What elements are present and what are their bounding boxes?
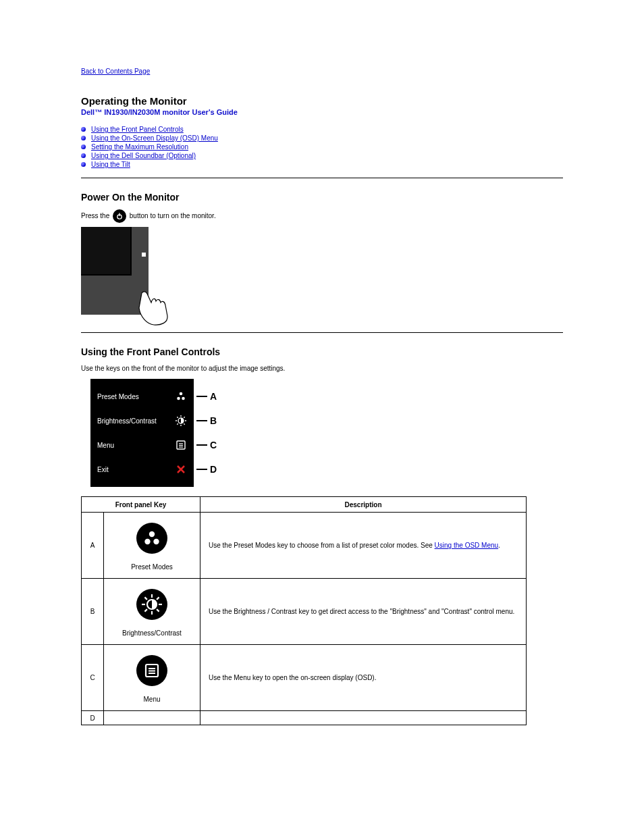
toc-link-soundbar[interactable]: Using the Dell Soundbar (Optional) [91, 152, 196, 159]
osd-label-brightness: Brightness/Contrast [97, 417, 157, 425]
toc-link-tilt[interactable]: Using the Tilt [91, 161, 130, 168]
svg-line-10 [177, 417, 178, 417]
osd-panel: Preset Modes Brightness/Contrast [90, 379, 194, 487]
svg-line-11 [184, 423, 184, 424]
table-header-description: Description [200, 497, 527, 513]
label-letter-b: B [210, 415, 222, 426]
row-letter: A [82, 513, 104, 579]
section-divider [81, 178, 563, 178]
brightness-contrast-icon [136, 589, 167, 620]
preset-modes-icon [175, 390, 187, 402]
power-icon [113, 209, 126, 223]
osd-diagram: Preset Modes Brightness/Contrast [90, 379, 563, 487]
table-of-contents: Using the Front Panel Controls Using the… [81, 126, 563, 168]
front-panel-intro: Use the keys on the front of the monitor… [81, 364, 563, 373]
row-letter: C [82, 645, 104, 711]
bullet-icon [81, 136, 86, 140]
osd-label-menu: Menu [97, 442, 114, 449]
svg-line-12 [177, 423, 178, 424]
row-description: Use the Preset Modes key to choose from … [200, 513, 527, 579]
osd-label-preset: Preset Modes [97, 393, 139, 400]
desc-text-after: . [498, 542, 500, 549]
svg-line-29 [157, 609, 159, 612]
exit-icon [175, 463, 187, 475]
monitor-corner-illustration [81, 227, 181, 327]
section-heading-front-panel: Using the Front Panel Controls [81, 346, 563, 357]
table-row: A Preset Modes Use the Preset Modes key … [82, 513, 527, 579]
row-icon-label: Brightness/Contrast [105, 629, 199, 644]
bullet-icon [81, 162, 86, 167]
row-icon-cell [104, 711, 200, 725]
row-description: Use the Menu key to open the on-screen d… [200, 645, 527, 711]
power-text-before: Press the [81, 212, 111, 219]
svg-line-31 [157, 597, 159, 600]
svg-point-21 [144, 539, 150, 544]
row-icon-label: Menu [105, 696, 199, 710]
table-row: D [82, 711, 527, 725]
osd-label-exit: Exit [97, 466, 109, 473]
label-letter-d: D [210, 464, 222, 475]
letter-labels: A B C D [194, 384, 222, 481]
svg-point-22 [153, 539, 159, 544]
model-subtitle: Dell™ IN1930/IN2030M monitor User's Guid… [81, 108, 563, 116]
bullet-icon [81, 145, 86, 149]
menu-icon [175, 439, 187, 451]
section-heading-power: Power On the Monitor [81, 192, 563, 203]
menu-icon [136, 655, 167, 686]
front-panel-key-table: Front panel Key Description A Preset Mod… [81, 496, 527, 725]
back-to-contents-link[interactable]: Back to Contents Page [81, 68, 150, 75]
button-dot [142, 253, 146, 257]
osd-menu-link[interactable]: Using the OSD Menu [435, 542, 499, 549]
hand-icon [135, 289, 176, 326]
svg-point-3 [177, 397, 180, 400]
table-row: C Menu Use the Menu key to open the on-s… [82, 645, 527, 711]
svg-point-20 [149, 531, 155, 537]
toc-link-max-resolution[interactable]: Setting the Maximum Resolution [91, 143, 188, 151]
monitor-screen [81, 227, 132, 276]
row-letter: B [82, 579, 104, 645]
row-letter: D [82, 711, 104, 725]
svg-line-13 [184, 417, 184, 417]
table-row: B [82, 579, 527, 645]
bullet-icon [81, 153, 86, 158]
power-text-after: button to turn on the monitor. [130, 212, 216, 219]
row-icon-cell: Brightness/Contrast [104, 579, 200, 645]
brightness-contrast-icon [175, 415, 187, 427]
table-header-key: Front panel Key [82, 497, 200, 513]
toc-link-osd-menu[interactable]: Using the On-Screen Display (OSD) Menu [91, 134, 218, 142]
page: Back to Contents Page Operating the Moni… [0, 0, 644, 752]
row-icon-label: Preset Modes [105, 563, 199, 577]
section-divider [81, 332, 563, 333]
label-letter-a: A [210, 391, 222, 402]
desc-text-before: Use the Preset Modes key to choose from … [209, 542, 435, 549]
svg-point-4 [182, 397, 185, 400]
power-instruction: Press the button to turn on the monitor. [81, 209, 563, 223]
label-letter-c: C [210, 440, 222, 450]
row-icon-cell: Menu [104, 645, 200, 711]
bullet-icon [81, 127, 86, 132]
row-description [200, 711, 527, 725]
preset-modes-icon [136, 523, 167, 554]
toc-link-front-panel[interactable]: Using the Front Panel Controls [91, 126, 184, 133]
svg-line-28 [144, 597, 147, 600]
row-icon-cell: Preset Modes [104, 513, 200, 579]
row-description: Use the Brightness / Contrast key to get… [200, 579, 527, 645]
svg-point-2 [180, 392, 183, 396]
svg-line-30 [144, 609, 147, 612]
page-title: Operating the Monitor [81, 95, 563, 107]
